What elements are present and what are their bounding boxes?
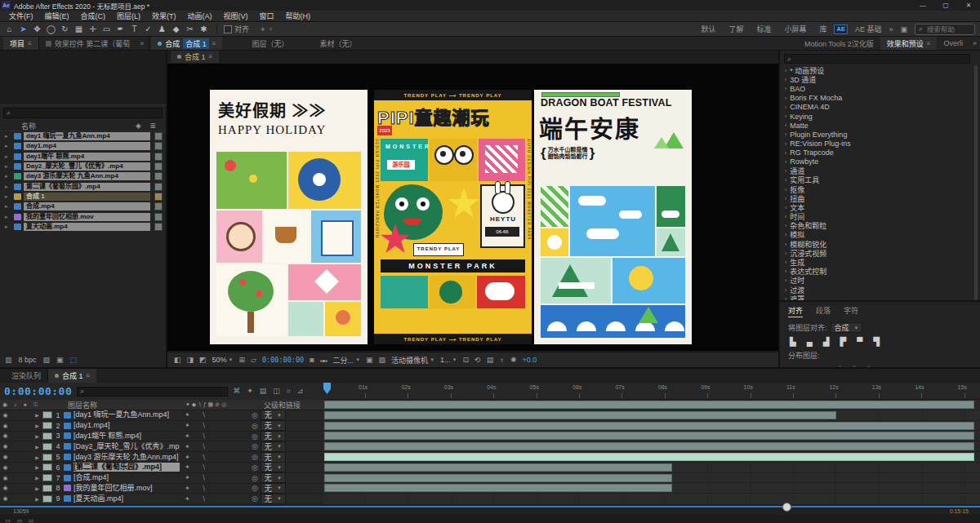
project-search-input[interactable] <box>11 109 159 117</box>
layer-row[interactable]: ◉▶9[夏天动画.mp4]✦∖◎无▼ <box>0 494 323 504</box>
help-search-input[interactable] <box>925 24 971 34</box>
panel-menu-icon[interactable]: ≡ <box>212 40 216 47</box>
share-view-icon[interactable]: ◩ <box>199 356 207 364</box>
view-layout-dropdown[interactable]: 1...▼ <box>440 356 457 364</box>
viewer-comp-tab[interactable]: 合成 1 ≡ <box>171 51 219 63</box>
item-tag[interactable] <box>154 132 163 140</box>
layer-parent-cell[interactable]: ◎无▼ <box>252 431 286 441</box>
layer-duration-bar[interactable] <box>324 453 974 461</box>
new-comp-icon[interactable]: ▣ <box>56 356 64 364</box>
tab-layer[interactable]: 图层（无） <box>245 37 295 50</box>
layer-twirl-icon[interactable]: ▶ <box>32 433 42 439</box>
project-item[interactable]: ▸day1 嗨玩一夏九鱼Ann.mp4 <box>0 131 166 141</box>
layer-twirl-icon[interactable]: ▶ <box>32 444 42 450</box>
hand-tool-icon[interactable]: ✥ <box>31 24 43 35</box>
workspace-tab-0[interactable]: 默认 <box>701 24 715 34</box>
interpret-footage-icon[interactable]: ▥ <box>5 356 12 364</box>
layer-visibility-icon[interactable]: ◉ <box>0 464 11 471</box>
eraser-tool-icon[interactable]: ◆ <box>170 24 182 35</box>
layer-name[interactable]: [夏天动画.mp4] <box>74 494 180 503</box>
layer-color-swatch[interactable] <box>42 411 52 419</box>
twirl-icon[interactable]: › <box>785 159 786 165</box>
twirl-icon[interactable]: › <box>785 68 786 73</box>
layer-parent-cell[interactable]: ◎无▼ <box>252 472 286 483</box>
motion-blur-icon[interactable]: ⌗ <box>287 387 291 396</box>
twirl-icon[interactable]: › <box>785 141 786 147</box>
project-item[interactable]: ▸Day2_摩天轮_雪儿《优秀》.mp4 <box>0 162 166 171</box>
twirl-icon[interactable]: › <box>785 104 786 110</box>
exposure-value[interactable]: +0.0 <box>522 356 537 364</box>
twirl-icon[interactable]: ▸ <box>5 143 11 149</box>
layer-switches[interactable]: ✦∖ <box>180 432 252 440</box>
layer-color-swatch[interactable] <box>42 495 52 503</box>
time-ruler[interactable]: 01s02s03s04s05s06s07s08s09s10s11s12s13s1… <box>323 383 980 400</box>
shy-layers-icon[interactable]: ▤ <box>260 387 267 396</box>
composition-canvas[interactable]: 美好假期 ≫≫ HAPPY HOLIDAY <box>167 64 778 351</box>
workspace-overflow[interactable]: » <box>889 25 893 33</box>
expand-in-out-icon[interactable]: ⚎ <box>16 516 22 523</box>
magnification-dropdown[interactable]: 50%▼ <box>212 356 234 364</box>
layer-name[interactable]: [day1端午 粽熊.mp4] <box>74 432 180 441</box>
maximize-button[interactable]: ▢ <box>934 0 957 11</box>
effects-category[interactable]: ›过时 <box>782 276 971 285</box>
effects-category[interactable]: ›表达式控制 <box>782 267 971 276</box>
item-tag[interactable] <box>154 193 163 201</box>
track-lane[interactable] <box>323 410 980 421</box>
layer-name[interactable]: [合成.mp4] <box>74 473 180 482</box>
parent-dropdown[interactable]: 无▼ <box>261 410 286 420</box>
twirl-icon[interactable]: › <box>785 268 786 274</box>
effects-category[interactable]: ›3D 通道 <box>782 75 971 84</box>
workspace-tab-2[interactable]: 标准 <box>756 24 771 34</box>
item-tag[interactable] <box>154 202 163 211</box>
parent-column[interactable]: 父级和链接 <box>261 400 301 410</box>
tab-motion-tools[interactable]: Motion Tools 2汉化版 <box>798 37 880 50</box>
ae-workspace-chip[interactable]: AE <box>834 24 847 34</box>
layer-duration-bar[interactable] <box>324 422 974 430</box>
layer-switches[interactable]: ✦∖ <box>180 495 252 503</box>
twirl-icon[interactable]: › <box>785 214 786 219</box>
layer-name[interactable]: [我的童年回忆相册.mov] <box>74 484 180 493</box>
share-icon[interactable]: ▣ <box>900 25 907 33</box>
timeline-search-box[interactable]: ⌕ <box>77 387 228 397</box>
twirl-icon[interactable]: ▸ <box>5 184 11 190</box>
layer-parent-cell[interactable]: ◎无▼ <box>252 452 286 463</box>
menu-item-7[interactable]: 窗口 <box>254 11 280 22</box>
expand-transfer-controls-icon[interactable]: ⚏ <box>5 516 11 523</box>
project-item[interactable]: ▸合成 1 <box>0 192 166 202</box>
current-time-display[interactable]: 0:00:00:00 <box>4 385 72 397</box>
parent-dropdown[interactable]: 无▼ <box>261 431 286 441</box>
twirl-icon[interactable]: › <box>785 150 786 156</box>
layer-row[interactable]: ◉▶6[第二课《葡萄乐园》.mp4]✦∖◎无▼ <box>0 463 323 473</box>
effects-category[interactable]: ›Plugin Everything <box>782 130 971 139</box>
twirl-icon[interactable]: ▸ <box>5 193 11 200</box>
item-tag[interactable] <box>154 223 163 231</box>
twirl-icon[interactable]: ▸ <box>5 203 11 210</box>
shape-tool-icon[interactable]: ▭ <box>100 24 113 35</box>
track-lane[interactable] <box>323 400 980 410</box>
workspace-tab-4[interactable]: 库 <box>819 24 826 34</box>
flowchart-icon[interactable]: ♁ <box>499 356 505 364</box>
track-lane[interactable] <box>323 473 980 484</box>
layer-row[interactable]: ◉▶4[Day2_摩天轮_雪儿《优秀》.mp4]✦∖◎无▼ <box>0 441 323 452</box>
project-item[interactable]: ▸day3 游乐摩天轮 九鱼Ann.mp4 <box>0 171 166 181</box>
tab-align[interactable]: 对齐 <box>788 305 803 317</box>
bit-depth-label[interactable]: 8 bpc <box>19 356 37 364</box>
left-tabs-overflow[interactable]: » <box>136 37 147 50</box>
layer-twirl-icon[interactable]: ▶ <box>32 412 42 418</box>
layer-duration-bar[interactable] <box>324 474 672 482</box>
layer-switches[interactable]: ✦∖ <box>180 463 252 471</box>
close-button[interactable]: ✕ <box>957 0 980 11</box>
draft-3d-icon[interactable]: ✦ <box>247 387 253 396</box>
parent-dropdown[interactable]: 无▼ <box>261 462 286 472</box>
transparency-grid-icon[interactable]: ▨ <box>379 356 386 364</box>
layer-visibility-icon[interactable]: ◉ <box>0 432 11 439</box>
layer-twirl-icon[interactable]: ▶ <box>32 496 42 502</box>
effects-category[interactable]: ›Keying <box>782 112 971 121</box>
pen-tool-icon[interactable]: ✒ <box>114 24 127 35</box>
twirl-icon[interactable]: › <box>785 223 786 228</box>
menu-item-4[interactable]: 效果(T) <box>146 11 182 22</box>
layer-twirl-icon[interactable]: ▶ <box>32 423 42 428</box>
align-left-icon[interactable]: ▙ <box>790 337 796 346</box>
panel-menu-icon[interactable]: ≡ <box>28 40 32 47</box>
selection-tool-icon[interactable]: ➤ <box>17 24 29 35</box>
